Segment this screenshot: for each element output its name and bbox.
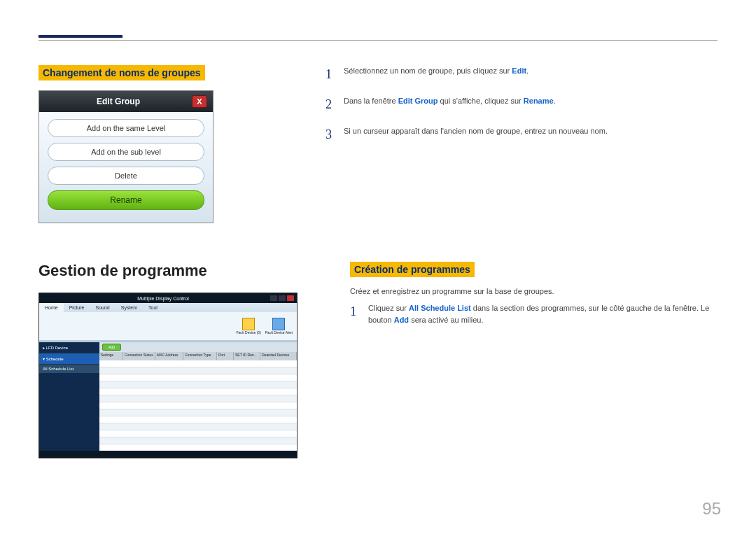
maximize-icon[interactable] bbox=[279, 295, 286, 301]
table-row bbox=[99, 409, 297, 416]
table-row bbox=[99, 360, 297, 367]
fault-device-id-button[interactable]: Fault Device (0) bbox=[237, 318, 261, 335]
add-sub-level-button[interactable]: Add on the sub level bbox=[48, 143, 204, 161]
table-row bbox=[99, 374, 297, 381]
close-icon[interactable] bbox=[287, 295, 294, 301]
table-row bbox=[99, 437, 297, 444]
ribbon-label: Fault Device (0) bbox=[237, 331, 261, 335]
step-text: Dans la fenêtre bbox=[344, 97, 398, 105]
col-set-id[interactable]: SET ID Ran... bbox=[234, 352, 260, 360]
grid-body bbox=[99, 360, 297, 451]
page-number: 95 bbox=[702, 499, 721, 519]
step-text: . bbox=[526, 66, 528, 75]
table-row bbox=[99, 381, 297, 388]
keyword-edit-group: Edit Group bbox=[398, 97, 438, 105]
step-text: Si un curseur apparaît dans l'ancien nom… bbox=[344, 127, 608, 135]
rename-button[interactable]: Rename bbox=[48, 190, 204, 210]
intro-text: Créez et enregistrez un programme sur la… bbox=[350, 287, 718, 295]
tab-system[interactable]: System bbox=[115, 303, 143, 312]
add-same-level-button[interactable]: Add on the same Level bbox=[48, 119, 204, 137]
grid-header: Settings Connection Status MAC Address C… bbox=[99, 352, 297, 360]
app-window-title: Multiple Display Control bbox=[137, 296, 189, 301]
section-heading-rename: Changement de noms de groupes bbox=[38, 65, 205, 80]
table-row bbox=[99, 430, 297, 437]
table-row bbox=[99, 388, 297, 395]
step-number: 1 bbox=[350, 302, 360, 325]
step-text: . bbox=[554, 97, 556, 105]
step-text: sera activé au milieu. bbox=[409, 316, 483, 324]
table-row bbox=[99, 423, 297, 430]
keyword-rename: Rename bbox=[524, 97, 554, 105]
step-1: 1 Sélectionnez un nom de groupe, puis cl… bbox=[326, 65, 718, 84]
table-row bbox=[99, 416, 297, 423]
status-bar bbox=[39, 451, 297, 458]
col-connection-type[interactable]: Connection Type bbox=[183, 352, 217, 360]
alert-icon bbox=[272, 318, 285, 330]
table-row bbox=[99, 395, 297, 402]
step-number: 3 bbox=[326, 125, 335, 144]
fault-device-icon bbox=[242, 318, 255, 330]
step-text: Cliquez sur bbox=[368, 304, 409, 312]
sidebar-item-lfd[interactable]: ▸ LFD Device bbox=[39, 342, 99, 353]
step-number: 2 bbox=[326, 95, 335, 114]
col-port[interactable]: Port bbox=[217, 352, 234, 360]
step-number: 1 bbox=[326, 65, 335, 84]
fault-device-alert-button[interactable]: Fault Device Alert bbox=[265, 318, 293, 335]
col-connection-status[interactable]: Connection Status bbox=[123, 352, 155, 360]
tab-picture[interactable]: Picture bbox=[64, 303, 90, 312]
keyword-all-schedule-list: All Schedule List bbox=[409, 304, 471, 312]
step-text: qui s'affiche, cliquez sur bbox=[438, 97, 523, 105]
sidebar-item-schedule[interactable]: ▾ Schedule bbox=[39, 353, 99, 365]
dialog-title: Edit Group bbox=[45, 97, 192, 106]
heading-gestion: Gestion de programme bbox=[38, 262, 315, 280]
table-row bbox=[99, 402, 297, 409]
sidebar-item-all-schedule[interactable]: All Schedule List bbox=[39, 365, 99, 373]
close-icon[interactable]: X bbox=[192, 95, 207, 108]
ribbon-label: Fault Device Alert bbox=[265, 331, 293, 335]
col-mac[interactable]: MAC Address bbox=[155, 352, 183, 360]
add-button[interactable]: Add bbox=[102, 344, 121, 351]
step-3: 3 Si un curseur apparaît dans l'ancien n… bbox=[326, 125, 718, 144]
delete-button[interactable]: Delete bbox=[48, 167, 204, 185]
step-1-create: 1 Cliquez sur All Schedule List dans la … bbox=[350, 302, 718, 325]
edit-group-dialog: Edit Group X Add on the same Level Add o… bbox=[38, 90, 214, 223]
col-detected[interactable]: Detected Devices bbox=[260, 352, 297, 360]
tab-tool[interactable]: Tool bbox=[143, 303, 163, 312]
step-2: 2 Dans la fenêtre Edit Group qui s'affic… bbox=[326, 95, 718, 114]
table-row bbox=[99, 367, 297, 374]
col-settings[interactable]: Settings bbox=[99, 352, 123, 360]
step-text: Sélectionnez un nom de groupe, puis cliq… bbox=[344, 66, 512, 75]
tab-sound[interactable]: Sound bbox=[90, 303, 115, 312]
minimize-icon[interactable] bbox=[270, 295, 277, 301]
keyword-edit: Edit bbox=[512, 66, 526, 75]
app-screenshot: Multiple Display Control Home Picture So… bbox=[38, 293, 298, 458]
tab-home[interactable]: Home bbox=[39, 303, 64, 312]
section-heading-create: Création de programmes bbox=[350, 262, 475, 277]
keyword-add: Add bbox=[394, 316, 409, 324]
